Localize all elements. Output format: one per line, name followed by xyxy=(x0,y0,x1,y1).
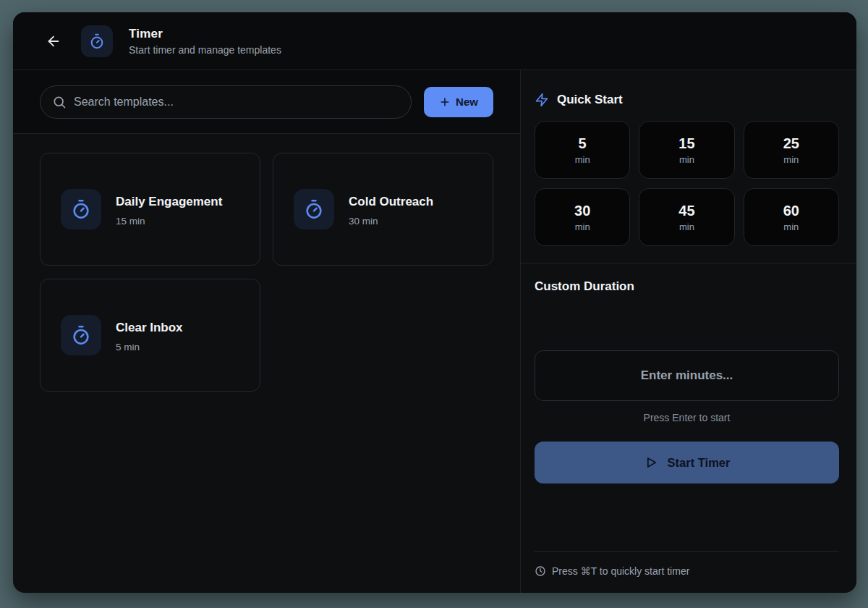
search-field-wrap xyxy=(40,85,412,119)
window-header: Timer Start timer and manage templates xyxy=(13,12,856,70)
template-icon-box xyxy=(294,189,334,229)
play-icon xyxy=(644,455,658,470)
page-subtitle: Start timer and manage templates xyxy=(129,44,281,56)
preset-value: 60 xyxy=(783,203,799,219)
preset-unit: min xyxy=(783,154,799,165)
preset-unit: min xyxy=(679,221,694,232)
page-title: Timer xyxy=(129,27,281,41)
lightning-icon xyxy=(535,93,549,107)
template-card-text: Cold Outreach 30 min xyxy=(349,192,433,227)
preset-unit: min xyxy=(575,154,590,165)
preset-25-min[interactable]: 25 min xyxy=(744,121,839,179)
preset-unit: min xyxy=(783,221,799,232)
template-card-text: Daily Engagement 15 min xyxy=(116,192,222,227)
preset-value: 15 xyxy=(678,135,694,152)
template-icon-box xyxy=(61,189,101,229)
preset-45-min[interactable]: 45 min xyxy=(639,188,734,246)
quick-start-header: Quick Start xyxy=(535,93,839,107)
new-template-button[interactable]: New xyxy=(424,87,493,117)
template-card-cold-outreach[interactable]: Cold Outreach 30 min xyxy=(273,153,493,266)
main-content: New Daily Engagement 15 min xyxy=(13,70,856,593)
preset-grid: 5 min 15 min 25 min 30 min 45 min xyxy=(535,121,839,246)
arrow-left-icon xyxy=(46,33,61,49)
plus-icon xyxy=(439,96,451,108)
template-card-daily-engagement[interactable]: Daily Engagement 15 min xyxy=(40,153,260,266)
shortcut-footer: Press ⌘T to quickly start timer xyxy=(535,565,839,577)
template-name: Clear Inbox xyxy=(116,318,183,338)
template-duration: 5 min xyxy=(116,342,183,352)
template-grid: Daily Engagement 15 min Cold Outreach 30… xyxy=(13,134,520,410)
preset-15-min[interactable]: 15 min xyxy=(639,121,734,179)
timer-app-icon xyxy=(81,25,113,57)
footer-divider xyxy=(535,551,839,552)
start-timer-label: Start Timer xyxy=(668,456,731,470)
preset-60-min[interactable]: 60 min xyxy=(744,188,839,246)
stopwatch-icon xyxy=(304,199,324,219)
back-button[interactable] xyxy=(42,30,65,53)
quick-start-title: Quick Start xyxy=(557,93,623,107)
search-band: New xyxy=(13,70,520,134)
custom-minutes-input[interactable] xyxy=(535,350,839,401)
custom-duration-title: Custom Duration xyxy=(535,279,839,294)
new-button-label: New xyxy=(456,96,478,108)
shortcut-hint-text: Press ⌘T to quickly start timer xyxy=(552,565,689,577)
section-divider xyxy=(521,263,856,263)
start-timer-button[interactable]: Start Timer xyxy=(535,442,839,484)
stopwatch-icon xyxy=(71,325,91,345)
preset-value: 5 xyxy=(579,135,587,152)
preset-unit: min xyxy=(575,221,590,232)
timer-window: Timer Start timer and manage templates N… xyxy=(13,12,856,593)
quick-start-panel: Quick Start 5 min 15 min 25 min 30 min xyxy=(521,70,856,593)
header-text: Timer Start timer and manage templates xyxy=(129,27,281,56)
template-icon-box xyxy=(61,315,101,355)
stopwatch-icon xyxy=(71,199,91,219)
templates-panel: New Daily Engagement 15 min xyxy=(13,70,521,593)
enter-hint: Press Enter to start xyxy=(535,412,839,423)
preset-5-min[interactable]: 5 min xyxy=(535,121,630,179)
search-input[interactable] xyxy=(40,85,412,119)
preset-30-min[interactable]: 30 min xyxy=(535,188,630,246)
preset-value: 45 xyxy=(678,203,694,219)
template-name: Daily Engagement xyxy=(116,192,222,212)
preset-unit: min xyxy=(679,154,694,165)
template-card-clear-inbox[interactable]: Clear Inbox 5 min xyxy=(40,279,260,392)
preset-value: 25 xyxy=(783,135,799,152)
preset-value: 30 xyxy=(574,203,590,219)
template-duration: 15 min xyxy=(116,216,222,227)
template-card-text: Clear Inbox 5 min xyxy=(116,318,183,352)
clock-icon xyxy=(535,565,546,577)
template-name: Cold Outreach xyxy=(349,192,433,212)
stopwatch-icon xyxy=(89,33,105,49)
flex-spacer xyxy=(535,484,839,551)
template-duration: 30 min xyxy=(349,216,433,227)
